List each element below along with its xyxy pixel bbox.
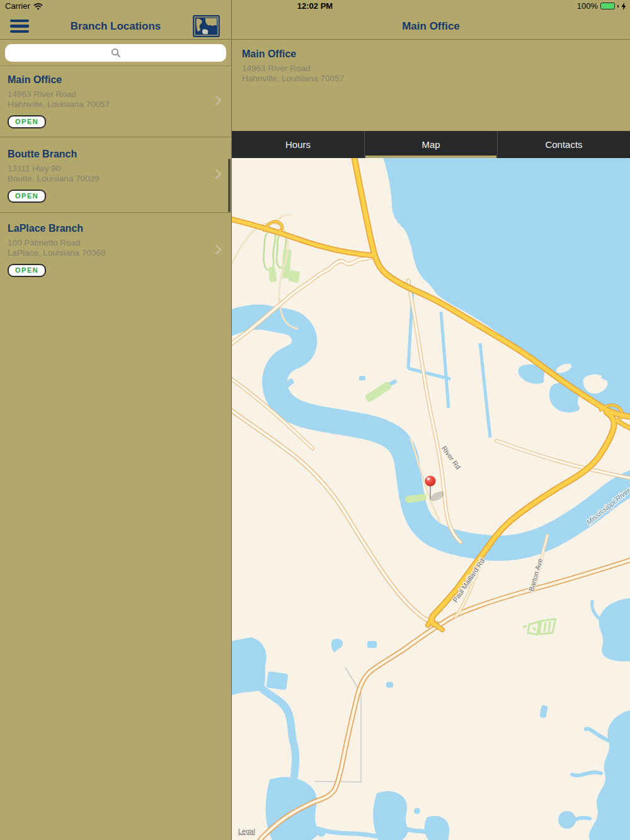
detail-navbar: Main Office — [232, 13, 630, 40]
charging-bolt-icon — [621, 3, 626, 10]
bank-logo-icon — [193, 15, 220, 37]
search-input[interactable] — [5, 44, 226, 62]
chevron-right-icon — [212, 169, 222, 179]
status-badge: OPEN — [8, 115, 46, 128]
battery-percent-label: 100% — [577, 1, 598, 11]
list-item-main-office[interactable]: Main Office 14963 River Road Hahnville, … — [0, 66, 231, 137]
clock: 12:02 PM — [0, 1, 630, 11]
tab-hours[interactable]: Hours — [232, 131, 364, 158]
list-item-laplace-branch[interactable]: LaPlace Branch 100 Palmetto Road LaPlace… — [0, 213, 231, 288]
detail-header: Main Office 14963 River Road Hahnville, … — [232, 40, 630, 131]
app-window: Carrier 12:02 PM 100% Branch Locations — [0, 0, 630, 840]
list-item-boutte-branch[interactable]: Boutte Branch 13111 Hwy 90 Boutte, Louis… — [0, 137, 231, 213]
tab-map[interactable]: Map — [364, 131, 497, 158]
branch-list-sidebar: Main Office 14963 River Road Hahnville, … — [0, 40, 231, 840]
search-icon — [111, 48, 121, 58]
legal-link[interactable]: Legal — [238, 827, 255, 835]
branch-address: 100 Palmetto Road LaPlace, Louisiana 700… — [8, 238, 206, 258]
map-view[interactable]: River Rd Paul Maillard Rd Barton Ave Mis… — [232, 158, 630, 840]
chevron-right-icon — [212, 96, 222, 106]
search-row — [0, 40, 231, 66]
sidebar-scrollbar[interactable] — [228, 159, 231, 212]
branch-name: LaPlace Branch — [8, 223, 206, 234]
status-badge: OPEN — [8, 264, 46, 277]
chevron-right-icon — [212, 245, 222, 255]
sidebar-navbar: Branch Locations — [0, 13, 231, 40]
detail-tab-bar: Hours Map Contacts — [232, 131, 630, 158]
status-bar: Carrier 12:02 PM 100% — [0, 0, 630, 13]
branch-name: Main Office — [8, 74, 206, 86]
branch-address: 14963 River Road Hahnville, Louisiana 70… — [8, 89, 206, 110]
detail-branch-name: Main Office — [242, 48, 620, 60]
detail-nav-title: Main Office — [232, 13, 630, 40]
status-badge: OPEN — [8, 190, 46, 203]
tab-contacts[interactable]: Contacts — [497, 131, 630, 158]
battery-icon — [600, 3, 615, 9]
detail-branch-address: 14963 River Road Hahnville, Louisiana 70… — [242, 64, 620, 84]
branch-address: 13111 Hwy 90 Boutte, Louisiana 70039 — [8, 164, 206, 184]
branch-name: Boutte Branch — [8, 149, 206, 160]
